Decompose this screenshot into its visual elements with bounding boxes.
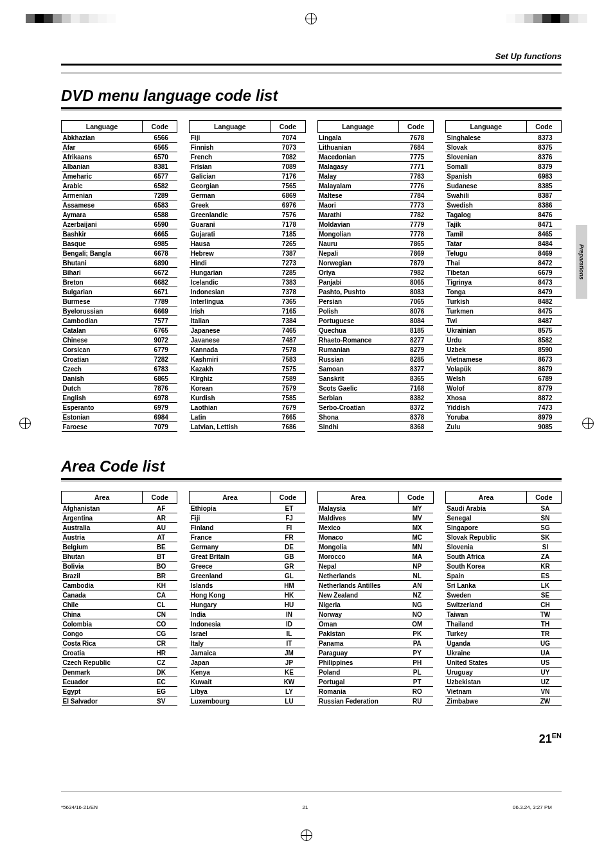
table-row: Panjabi8065 [317,278,433,287]
table-row: BoliviaBO [62,562,177,571]
table-row: Spanish6983 [445,172,561,181]
column-header: Code [271,492,305,504]
table-row: CongoCG [62,629,177,639]
table-row: Hausa7265 [190,239,305,249]
table-row: Nepali7869 [317,249,433,258]
column-header: Area [62,492,143,504]
data-table: LanguageCodeFiji7074Finnish7073French708… [189,120,305,432]
table-row: UkraineUA [445,648,561,658]
table-row: Netherlands AntillesAN [317,581,433,590]
table-row: Mongolian7778 [317,229,433,239]
column-header: Language [190,121,271,133]
color-bars-left [26,14,116,23]
table-row: Vietnamese8673 [445,355,561,364]
table-row: LibyaLY [190,687,305,696]
column-header: Code [143,492,177,504]
table-row: NigeriaNG [317,600,433,610]
table-row: Slovak8375 [445,143,561,152]
table-row: GreeceGR [190,562,305,571]
table-row: DenmarkDK [62,668,177,677]
table-row: Wolof8779 [445,384,561,393]
table-row: FinlandFI [190,523,305,533]
table-row: ItalyIT [190,639,305,648]
table-row: BrazilBR [62,571,177,581]
table-row: Portuguese8084 [317,316,433,326]
table-row: Saudi ArabiaSA [445,504,561,513]
table-row: Hindi7273 [190,258,305,268]
column-header: Code [526,121,561,133]
table-row: NetherlandsNL [317,571,433,581]
table-row: ArgentinaAR [62,513,177,523]
table-row: Fiji7074 [190,133,305,143]
table-row: Quechua8185 [317,326,433,335]
table-row: Rhaeto-Romance8277 [317,335,433,345]
table-row: Frisian7089 [190,162,305,172]
table-row: UruguayUY [445,668,561,677]
table-row: PanamaPA [317,639,433,648]
table-row: Somali8379 [445,162,561,172]
table-row: AustriaAT [62,533,177,542]
data-table: AreaCodeSaudi ArabiaSASenegalSNSingapore… [445,491,562,706]
table-row: Volapük8679 [445,364,561,374]
table-row: Oriya7982 [317,268,433,278]
table-row: CroatiaHR [62,648,177,658]
table-row: Yiddish7473 [445,403,561,412]
table-row: Kazakh7575 [190,364,305,374]
table-row: Armenian7289 [62,191,177,200]
table-row: Kashmiri7583 [190,355,305,364]
table-row: Galician7176 [190,172,305,181]
table-row: PolandPL [317,668,433,677]
column-header: Code [398,121,433,133]
table-row: New ZealandNZ [317,590,433,600]
table-row: United StatesUS [445,658,561,668]
table-row: Tagalog8476 [445,210,561,220]
table-row: Azerbaijani6590 [62,220,177,229]
table-row: GermanyDE [190,542,305,552]
table-row: Sudanese8385 [445,181,561,191]
table-row: Xhosa8872 [445,393,561,403]
table-row: Ukrainian8575 [445,326,561,335]
color-bars-right [506,14,587,23]
table-row: Welsh6789 [445,374,561,384]
table-row: Basque6985 [62,239,177,249]
table-row: LuxembourgLU [190,696,305,706]
table-row: Burmese7789 [62,297,177,306]
table-row: Maltese7784 [317,191,433,200]
table-row: Tibetan6679 [445,268,561,278]
table-row: Nauru7865 [317,239,433,249]
table-row: Kurdish7585 [190,393,305,403]
table-row: CanadaCA [62,590,177,600]
table-row: ChileCL [62,600,177,610]
footer-right: 06.3.24, 3:27 PM [513,804,552,810]
table-row: AfghanistanAF [62,504,177,513]
table-row: MoroccoMA [317,552,433,562]
table-row: Tatar8484 [445,239,561,249]
table-row: Russian FederationRU [317,696,433,706]
column-header: Language [62,121,143,133]
table-row: SwitzerlandCH [445,600,561,610]
table-row: IsraelIL [190,629,305,639]
table-row: Arabic6582 [62,181,177,191]
column-header: Area [317,492,398,504]
table-row: German6869 [190,191,305,200]
table-row: HungaryHU [190,600,305,610]
table-row: Icelandic7383 [190,278,305,287]
table-row: South KoreaKR [445,562,561,571]
table-row: JamaicaJM [190,648,305,658]
table-row: Tigrinya8473 [445,278,561,287]
table-row: Czech6783 [62,364,177,374]
table-row: Shona8378 [317,412,433,422]
table-row: Breton6682 [62,278,177,287]
table-row: Javanese7487 [190,335,305,345]
table-row: Malay7783 [317,172,433,181]
table-row: OmanOM [317,619,433,629]
table-row: French7082 [190,152,305,162]
table-row: Esperanto6979 [62,403,177,412]
table-row: PakistanPK [317,629,433,639]
table-row: Slovenian8376 [445,152,561,162]
table-row: TaiwanTW [445,610,561,619]
side-tab-preparations: Preparations [576,225,587,299]
table-row: Kirghiz7589 [190,374,305,384]
table-row: Faroese7079 [62,422,177,432]
column-header: Area [445,492,526,504]
